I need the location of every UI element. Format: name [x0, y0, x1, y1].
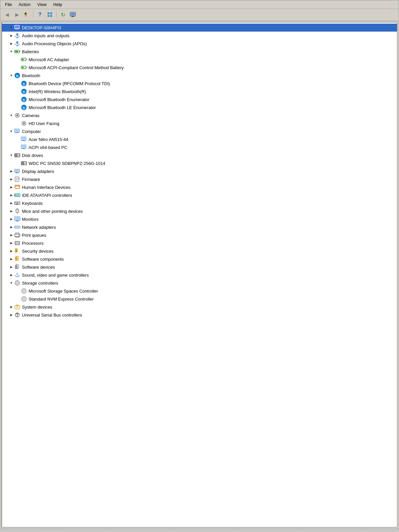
svg-rect-10 [71, 17, 74, 17]
list-item[interactable]: ▶ Network adapters [2, 223, 397, 231]
svg-point-100 [19, 235, 19, 235]
svg-text:B: B [23, 90, 25, 94]
menu-file[interactable]: File [2, 1, 15, 8]
list-item[interactable]: B Bluetooth Device (RFCOMM Protocol TDI) [2, 79, 397, 87]
back-button[interactable]: ◀ [2, 10, 12, 19]
list-item[interactable]: ▶ Universal Serial Bus controllers [2, 311, 397, 319]
svg-point-118 [17, 283, 18, 284]
properties-button[interactable] [45, 10, 55, 19]
monitor-button[interactable] [68, 10, 77, 19]
list-item[interactable]: B Intel(R) Wireless Bluetooth(R) [2, 87, 397, 95]
svg-text:B: B [23, 82, 25, 86]
list-item[interactable]: B Microsoft Bluetooth LE Enumerator [2, 103, 397, 111]
list-item[interactable]: ▶ Software components [2, 255, 397, 263]
item-label: Cameras [22, 113, 40, 118]
list-item[interactable]: ▶ Processors [2, 239, 397, 247]
svg-rect-22 [15, 51, 18, 52]
item-label: Firmware [22, 177, 40, 182]
device-tree[interactable]: ▼ DESKTOP-S0H4FI3 ▶ [2, 22, 397, 527]
svg-rect-3 [48, 12, 50, 14]
svg-rect-75 [17, 186, 18, 186]
storage-controllers-icon [14, 280, 21, 286]
expand-icon: ▶ [9, 193, 14, 198]
expand-icon [15, 81, 21, 86]
svg-rect-12 [15, 26, 19, 28]
menu-view[interactable]: View [35, 1, 49, 8]
root-node[interactable]: ▼ DESKTOP-S0H4FI3 [2, 24, 397, 32]
expand-icon: ▶ [9, 185, 14, 190]
expand-icon: ▶ [9, 33, 14, 38]
usb-controllers-icon [14, 312, 21, 318]
list-item[interactable]: ▶ Mice and other pointing devices [2, 207, 397, 215]
refresh-button[interactable]: ↻ [58, 10, 67, 19]
item-label: Acer Nitro AN515-44 [29, 137, 68, 142]
sound-video-icon [14, 272, 21, 278]
list-item[interactable]: ▼ B Bluetooth [2, 71, 397, 79]
list-item[interactable]: Standard NVM Express Controller [2, 295, 397, 303]
item-label: Microsoft Storage Spaces Controller [29, 289, 98, 294]
list-item[interactable]: ▼ Disk drives [2, 151, 397, 159]
item-label: Microsoft Bluetooth Enumerator [29, 97, 89, 102]
svg-point-109 [16, 251, 17, 252]
list-item[interactable]: HD User Facing [2, 119, 397, 127]
list-item[interactable]: ▶ Print queues [2, 231, 397, 239]
list-item[interactable]: ▼ Computer [2, 127, 397, 135]
list-item[interactable]: ▼ Batteries [2, 48, 397, 56]
svg-rect-5 [48, 15, 50, 17]
software-components-icon [14, 256, 21, 262]
item-label: Intel(R) Wireless Bluetooth(R) [29, 89, 86, 94]
list-item[interactable]: ACPI x64-based PC [2, 143, 397, 151]
item-label: Bluetooth [22, 73, 40, 78]
item-label: HD User Facing [29, 121, 59, 126]
expand-icon [15, 89, 21, 94]
expand-icon [15, 97, 21, 102]
expand-icon [15, 57, 21, 62]
list-item[interactable]: ▶ Security devices [2, 247, 397, 255]
svg-rect-4 [50, 12, 52, 14]
network-adapters-icon [14, 224, 21, 230]
toolbar: ◀ ▶ ? ↻ [0, 9, 399, 21]
expand-icon: ▶ [9, 208, 14, 214]
list-item[interactable]: Microsoft Storage Spaces Controller [2, 287, 397, 295]
svg-rect-94 [15, 227, 16, 227]
item-label: WDC PC SN530 SDBPNPZ-256G-1014 [29, 161, 105, 166]
list-item[interactable]: ▶ Display adapters [2, 167, 397, 175]
list-item[interactable]: ▶ Monitors [2, 215, 397, 223]
svg-rect-110 [15, 257, 18, 261]
forward-button[interactable]: ▶ [12, 10, 22, 19]
help-button[interactable]: ? [35, 10, 45, 19]
svg-rect-102 [16, 242, 19, 244]
list-item[interactable]: ▶ System devices [2, 303, 397, 311]
list-item[interactable]: Acer Nitro AN515-44 [2, 135, 397, 143]
expand-icon [15, 161, 21, 166]
toolbar-sep-2 [56, 11, 57, 18]
expand-icon: ▼ [9, 113, 14, 118]
item-label: Disk drives [22, 153, 43, 158]
expand-icon: ▶ [9, 304, 14, 310]
svg-rect-52 [23, 140, 25, 141]
list-item[interactable]: ▶ Human Interface Devices [2, 183, 397, 191]
disk-drives-icon [14, 152, 21, 159]
list-item[interactable]: Microsoft ACPI-Compliant Control Method … [2, 64, 397, 71]
wdc-drive-icon [21, 160, 27, 167]
up-button[interactable] [22, 10, 32, 19]
list-item[interactable]: ▶ Firmware [2, 175, 397, 183]
svg-rect-1 [25, 15, 27, 15]
list-item[interactable]: ▶ Keyboards [2, 199, 397, 207]
hid-icon [14, 184, 21, 191]
list-item[interactable]: ▶ Sound, video and game controllers [2, 271, 397, 279]
list-item[interactable]: ▶ IDE ATA/ATAPI controllers [2, 191, 397, 199]
menu-help[interactable]: Help [51, 1, 65, 8]
list-item[interactable]: ▼ Cameras [2, 111, 397, 119]
processors-icon [14, 240, 21, 246]
list-item[interactable]: ▼ Storage controllers [2, 279, 397, 287]
list-item[interactable]: B Microsoft Bluetooth Enumerator [2, 95, 397, 103]
list-item[interactable]: ▶ Software devices [2, 263, 397, 271]
svg-rect-79 [18, 195, 19, 196]
list-item[interactable]: Microsoft AC Adapter [2, 56, 397, 64]
list-item[interactable]: WDC PC SN530 SDBPNPZ-256G-1014 [2, 159, 397, 167]
svg-rect-51 [22, 138, 25, 140]
list-item[interactable]: ▶ Audio inputs and outputs [2, 32, 397, 40]
menu-action[interactable]: Action [16, 1, 33, 8]
list-item[interactable]: ▶ Audio Processing Objects (APOs) [2, 40, 397, 48]
